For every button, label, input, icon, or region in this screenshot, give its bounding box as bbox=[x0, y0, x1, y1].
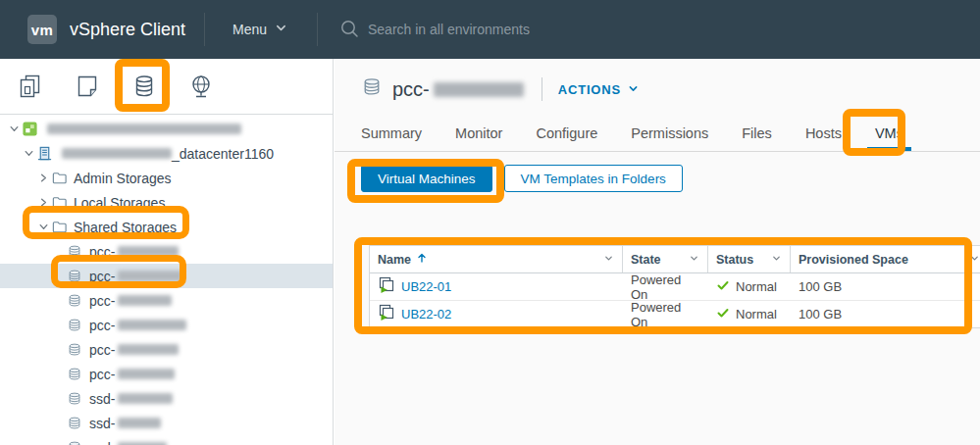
chevron-down-icon[interactable] bbox=[6, 123, 22, 135]
status-ok-icon bbox=[716, 306, 730, 322]
tree-item-datastore-ssd-2[interactable]: ssd- bbox=[0, 411, 333, 435]
vm-powered-on-icon bbox=[378, 304, 395, 324]
column-header-name[interactable]: Name bbox=[370, 246, 623, 272]
chevron-down-icon[interactable] bbox=[35, 221, 51, 233]
tree-item-datastore-pcc-5[interactable]: pcc- bbox=[0, 337, 333, 362]
actions-menu-button[interactable]: ACTIONS bbox=[558, 82, 639, 97]
tree-item-label: pcc- bbox=[89, 342, 115, 358]
sort-ascending-icon bbox=[416, 252, 428, 267]
tab-permissions[interactable]: Permissions bbox=[629, 116, 710, 151]
tab-vms[interactable]: VMs bbox=[873, 116, 905, 151]
redacted-object-name bbox=[434, 82, 524, 97]
status-ok-icon bbox=[716, 278, 730, 295]
column-filter-chevron-icon[interactable] bbox=[771, 253, 782, 267]
actions-label: ACTIONS bbox=[558, 82, 621, 97]
datastore-icon bbox=[67, 293, 84, 309]
redacted-text bbox=[62, 148, 172, 159]
datastore-icon bbox=[67, 342, 84, 358]
storage-icon[interactable] bbox=[128, 70, 161, 103]
redacted-text bbox=[118, 320, 186, 330]
search-bar[interactable]: Search in all environments bbox=[339, 0, 530, 59]
table-header-row: NameStateStatusProvisioned Space bbox=[370, 246, 980, 273]
cell-name: UB22-02 bbox=[370, 301, 623, 327]
folder-icon bbox=[51, 170, 69, 186]
chevron-down-icon[interactable] bbox=[21, 147, 36, 160]
tab-label: Permissions bbox=[631, 125, 708, 141]
vmware-logo[interactable]: vm bbox=[27, 15, 57, 44]
tree-item-label: ssd- bbox=[89, 391, 115, 407]
tab-summary[interactable]: Summary bbox=[359, 116, 424, 151]
vms-and-templates-icon[interactable] bbox=[71, 70, 104, 103]
tree-item-datastore-pcc-4[interactable]: pcc- bbox=[0, 313, 333, 337]
column-filter-chevron-icon[interactable] bbox=[689, 253, 699, 267]
cell-status: Normal bbox=[708, 301, 791, 327]
tree-item-datastore-pcc-2[interactable]: pcc- bbox=[0, 264, 333, 288]
tab-configure[interactable]: Configure bbox=[534, 116, 599, 151]
column-header-state[interactable]: State bbox=[623, 246, 708, 272]
tree-item-datastore-pcc-6[interactable]: pcc- bbox=[0, 362, 333, 386]
tree-item-label: pcc- bbox=[89, 293, 115, 309]
datastore-icon bbox=[67, 440, 84, 445]
tab-files[interactable]: Files bbox=[740, 116, 774, 151]
datastore-icon bbox=[67, 391, 84, 407]
cell-state: Powered On bbox=[623, 301, 708, 327]
tree-item-shared-storages[interactable]: Shared Storages bbox=[0, 215, 333, 239]
tab-label: VMs bbox=[875, 125, 903, 141]
chevron-right-icon[interactable] bbox=[35, 196, 51, 209]
menu-dropdown[interactable]: Menu bbox=[232, 0, 287, 59]
tree-item-datastore-pcc-1[interactable]: pcc- bbox=[0, 239, 333, 264]
topbar-divider bbox=[204, 13, 205, 46]
column-header-status[interactable]: Status bbox=[708, 246, 791, 272]
tab-label: Files bbox=[742, 125, 772, 141]
tree-item-label: ssd- bbox=[89, 416, 115, 431]
datastore-icon bbox=[361, 76, 383, 102]
tab-hosts[interactable]: Hosts bbox=[803, 116, 844, 151]
datastore-icon bbox=[67, 269, 84, 284]
column-label: Provisioned Space bbox=[799, 253, 908, 267]
tree-item-datastore-ssd-3[interactable]: ssd- bbox=[0, 435, 333, 445]
tab-label: Summary bbox=[361, 125, 422, 141]
main-content: pcc- ACTIONS SummaryMonitorConfigurePerm… bbox=[335, 59, 980, 445]
hosts-and-clusters-icon[interactable] bbox=[14, 70, 47, 103]
redacted-text bbox=[118, 295, 172, 306]
tree-item-datacenter[interactable]: _datacenter1160 bbox=[0, 141, 333, 166]
tree-item-admin-storages[interactable]: Admin Storages bbox=[0, 166, 333, 190]
networking-icon[interactable] bbox=[184, 70, 218, 103]
vm-templates-in-folders-button[interactable]: VM Templates in Folders bbox=[504, 165, 683, 192]
sidebar-nav-icons bbox=[0, 59, 333, 115]
vm-powered-on-icon bbox=[378, 276, 395, 297]
tree-item-datastore-ssd-1[interactable]: ssd- bbox=[0, 386, 333, 411]
column-header-provisioned-space[interactable]: Provisioned Space bbox=[791, 246, 980, 272]
button-label: Virtual Machines bbox=[378, 172, 476, 186]
tree-item-local-storages[interactable]: Local Storages bbox=[0, 190, 333, 215]
tab-label: Monitor bbox=[455, 125, 502, 141]
datastore-icon bbox=[67, 244, 84, 260]
object-tab-bar: SummaryMonitorConfigurePermissionsFilesH… bbox=[335, 116, 980, 152]
tab-monitor[interactable]: Monitor bbox=[453, 116, 504, 151]
tree-item-label: Shared Storages bbox=[74, 220, 177, 235]
tree-item-datastore-pcc-3[interactable]: pcc- bbox=[0, 288, 333, 313]
redacted-text bbox=[118, 418, 161, 428]
tree-item-label: pcc- bbox=[89, 269, 115, 284]
cell-status: Normal bbox=[708, 273, 791, 300]
chevron-down-icon bbox=[275, 22, 287, 37]
tree-item-vcenter-server[interactable] bbox=[0, 117, 333, 141]
cell-name: UB22-01 bbox=[370, 273, 623, 300]
vm-name-link[interactable]: UB22-01 bbox=[401, 279, 451, 294]
tree-item-label: pcc- bbox=[89, 318, 115, 333]
search-icon bbox=[339, 19, 359, 41]
vcenter-icon bbox=[22, 121, 39, 137]
topbar-divider bbox=[317, 13, 318, 46]
column-filter-chevron-icon[interactable] bbox=[969, 253, 980, 267]
column-filter-chevron-icon[interactable] bbox=[603, 253, 614, 267]
chevron-right-icon[interactable] bbox=[35, 172, 51, 184]
column-label: Status bbox=[716, 253, 753, 267]
folder-icon bbox=[51, 194, 69, 211]
table-row-ub22-02: UB22-02Powered OnNormal100 GB bbox=[370, 301, 980, 327]
cell-state: Powered On bbox=[623, 273, 708, 300]
vm-name-link[interactable]: UB22-02 bbox=[401, 307, 451, 321]
tree-item-label: pcc- bbox=[89, 244, 115, 260]
datacenter-icon bbox=[36, 145, 54, 162]
redacted-text bbox=[118, 393, 173, 404]
virtual-machines-button[interactable]: Virtual Machines bbox=[361, 165, 492, 192]
